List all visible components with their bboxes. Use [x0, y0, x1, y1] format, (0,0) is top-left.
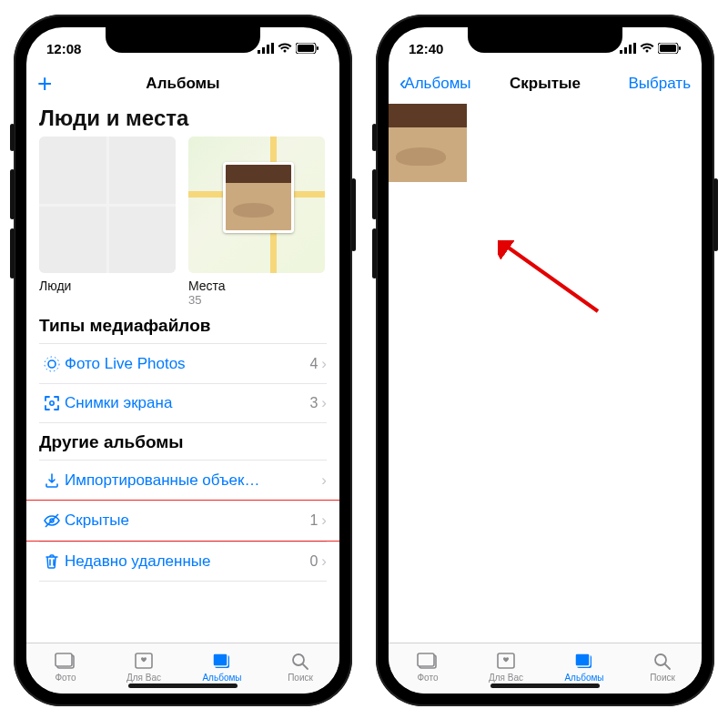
chevron-right-icon: › [321, 355, 327, 373]
svg-rect-20 [624, 47, 627, 54]
content-right[interactable] [389, 104, 702, 643]
status-time: 12:40 [409, 41, 443, 56]
side-button [372, 228, 377, 278]
add-button[interactable]: + [37, 69, 52, 98]
svg-rect-13 [56, 653, 72, 666]
row-count: 3 [309, 395, 318, 411]
status-icons [258, 43, 319, 54]
notch [106, 27, 260, 53]
tab-for-you[interactable]: Для Вас [467, 643, 545, 688]
album-label: Люди [39, 278, 177, 293]
tab-label: Фото [56, 673, 76, 683]
svg-rect-22 [633, 43, 636, 54]
album-count: 35 [188, 293, 327, 307]
battery-icon [296, 43, 319, 54]
svg-rect-31 [575, 653, 590, 666]
svg-rect-19 [620, 50, 622, 54]
svg-rect-2 [267, 45, 269, 54]
side-button [372, 169, 377, 219]
battery-icon [658, 43, 682, 54]
status-icons [620, 43, 682, 54]
album-people[interactable]: Люди [39, 137, 177, 307]
svg-rect-0 [258, 50, 260, 54]
tab-label: Альбомы [202, 673, 241, 683]
side-button [372, 124, 377, 151]
svg-rect-1 [262, 47, 265, 54]
home-indicator[interactable] [128, 684, 238, 688]
hidden-eye-icon [39, 511, 65, 530]
tab-label: Поиск [288, 673, 313, 683]
svg-rect-5 [298, 45, 314, 52]
albums-tab-icon [210, 650, 234, 672]
notch [468, 27, 622, 53]
row-count: 4 [309, 356, 318, 372]
tab-photos[interactable]: Фото [26, 643, 105, 688]
svg-rect-25 [679, 46, 681, 50]
media-types-list: Фото Live Photos 4 › Снимки экрана 3 › [39, 343, 327, 423]
cellular-icon [258, 43, 274, 54]
import-icon [39, 471, 65, 490]
side-button [351, 178, 356, 251]
side-button [10, 169, 15, 219]
svg-line-18 [303, 664, 308, 669]
svg-rect-21 [629, 45, 632, 54]
wifi-icon [278, 43, 292, 54]
trash-icon [39, 552, 65, 571]
cellular-icon [620, 43, 636, 54]
phone-right: 12:40 ‹ Альбомы Скрытые Выбрать [376, 15, 714, 706]
row-label: Фото Live Photos [65, 355, 309, 373]
phone-left: 12:08 + Альбомы Люди и места Люди [14, 15, 352, 706]
row-imported[interactable]: Импортированные объек… › [39, 460, 327, 500]
side-button [10, 228, 15, 278]
svg-point-8 [45, 357, 59, 371]
nav-title: Скрытые [510, 75, 581, 93]
row-live-photos[interactable]: Фото Live Photos 4 › [39, 343, 327, 383]
status-time: 12:08 [46, 41, 81, 56]
photo-grid [389, 104, 702, 182]
home-indicator[interactable] [490, 684, 600, 688]
tab-albums[interactable]: Альбомы [183, 643, 261, 688]
svg-rect-24 [660, 45, 676, 52]
svg-point-7 [48, 360, 56, 368]
row-count: 1 [309, 512, 318, 529]
row-label: Импортированные объек… [65, 471, 318, 490]
foryou-tab-icon [494, 650, 518, 672]
tab-search[interactable]: Поиск [261, 643, 339, 688]
section-media-types: Типы медиафайлов [39, 316, 327, 336]
chevron-right-icon: › [321, 552, 327, 571]
chevron-right-icon: › [321, 511, 327, 530]
hidden-photo-thumb[interactable] [389, 104, 467, 182]
select-button[interactable]: Выбрать [629, 75, 691, 93]
nav-bar: + Альбомы [26, 64, 339, 104]
tab-albums[interactable]: Альбомы [545, 643, 623, 688]
album-label: Места [188, 278, 327, 293]
tab-for-you[interactable]: Для Вас [105, 643, 183, 688]
svg-line-33 [665, 664, 670, 669]
row-label: Недавно удаленные [65, 552, 309, 571]
tab-label: Для Вас [489, 673, 523, 683]
row-count: 0 [309, 553, 318, 570]
screenshot-icon [39, 394, 65, 412]
tab-photos[interactable]: Фото [389, 643, 467, 688]
wifi-icon [640, 43, 654, 54]
back-button[interactable]: ‹ Альбомы [399, 72, 471, 96]
side-button [713, 178, 718, 251]
row-label: Снимки экрана [65, 394, 309, 412]
photos-tab-icon [416, 650, 440, 672]
svg-rect-16 [213, 653, 228, 666]
svg-point-9 [50, 401, 54, 405]
row-recently-deleted[interactable]: Недавно удаленные 0 › [39, 542, 327, 582]
tab-label: Для Вас [126, 673, 161, 683]
svg-line-26 [503, 244, 598, 311]
chevron-right-icon: › [321, 394, 327, 412]
annotation-arrow-icon [498, 240, 607, 322]
row-screenshots[interactable]: Снимки экрана 3 › [39, 383, 327, 423]
content-left[interactable]: Люди и места Люди Места [26, 104, 339, 643]
tab-search[interactable]: Поиск [623, 643, 702, 688]
albums-row: Люди Места 35 [39, 137, 327, 307]
side-button [10, 124, 15, 151]
album-places[interactable]: Места 35 [188, 137, 327, 307]
row-hidden[interactable]: Скрытые 1 › [39, 501, 327, 541]
photos-tab-icon [54, 650, 77, 672]
svg-point-17 [293, 654, 304, 665]
